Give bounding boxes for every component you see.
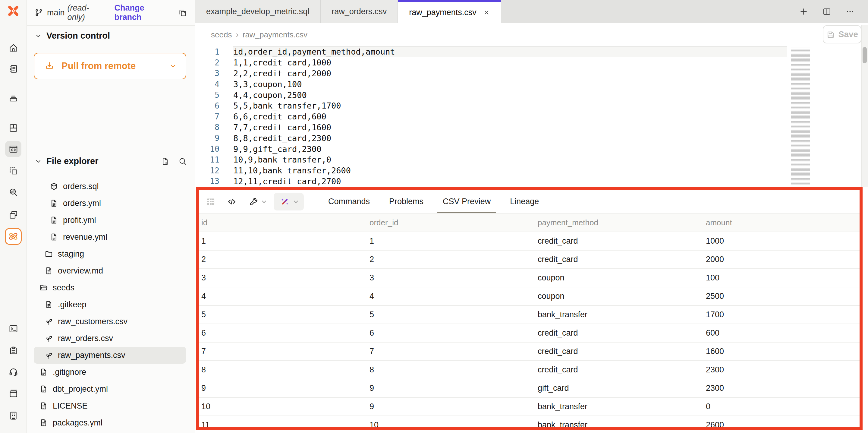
table-row[interactable]: 1110bank_transfer2600	[199, 415, 860, 430]
file-item-profit-yml[interactable]: profit.yml	[27, 212, 195, 229]
notebook-icon[interactable]	[7, 62, 20, 76]
file-item-label: orders.sql	[63, 182, 99, 191]
file-item-revenue-yml[interactable]: revenue.yml	[27, 229, 195, 246]
pull-options-caret[interactable]	[160, 53, 186, 79]
frame-icon[interactable]	[7, 164, 20, 178]
table-cell: 10	[367, 420, 535, 430]
file-item-packages-yml[interactable]: packages.yml	[27, 414, 195, 431]
panel-tab-csv-preview[interactable]: CSV Preview	[443, 190, 491, 213]
table-row[interactable]: 33coupon100	[199, 268, 860, 287]
seed-icon	[44, 351, 53, 360]
search-icon[interactable]	[178, 157, 187, 166]
query-icon[interactable]	[7, 185, 20, 199]
line-number: 5	[195, 90, 219, 100]
more-options-icon[interactable]	[845, 7, 855, 16]
table-row[interactable]: 88credit_card2300	[199, 360, 860, 379]
version-control-header[interactable]: Version control	[34, 31, 110, 41]
sidebar-divider	[27, 152, 195, 152]
code-line[interactable]: 21,1,credit_card,1000	[195, 57, 868, 68]
table-row[interactable]: 66credit_card600	[199, 323, 860, 342]
scrollbar-thumb[interactable]	[863, 47, 867, 63]
file-item--gitkeep[interactable]: .gitkeep	[27, 296, 195, 313]
file-item-license[interactable]: LICENSE	[27, 397, 195, 414]
code-line[interactable]: 43,3,coupon,100	[195, 79, 868, 90]
file-item-raw-customers-csv[interactable]: raw_customers.csv	[27, 313, 195, 330]
tab-raw-payments-csv[interactable]: raw_payments.csv	[398, 0, 501, 23]
table-row[interactable]: 109bank_transfer0	[199, 397, 860, 415]
line-number: 7	[195, 111, 219, 122]
split-editor-icon[interactable]	[822, 7, 832, 16]
panel-tab-problems[interactable]: Problems	[389, 190, 424, 213]
copy-icon[interactable]	[178, 8, 187, 17]
table-view-icon[interactable]	[204, 195, 218, 209]
code-line[interactable]: 1211,10,bank_transfer,2600	[195, 165, 868, 176]
change-branch-link[interactable]: Change branch	[114, 3, 172, 22]
code-line[interactable]: 32,2,credit_card,2000	[195, 68, 868, 79]
file-item-dbt-project-yml[interactable]: dbt_project.yml	[27, 380, 195, 397]
code-line[interactable]: 76,6,credit_card,600	[195, 111, 868, 122]
doc-icon	[50, 199, 59, 208]
code-editor[interactable]: 1id,order_id,payment_method,amount21,1,c…	[195, 47, 868, 187]
chevron-down-icon[interactable]	[260, 198, 268, 205]
file-item-label: raw_payments.csv	[58, 351, 125, 360]
code-line[interactable]: 87,7,credit_card,1600	[195, 122, 868, 133]
dbt-logo-icon	[6, 4, 21, 18]
windows-icon[interactable]	[7, 208, 20, 221]
save-button[interactable]: Save	[823, 25, 861, 44]
file-explorer-header[interactable]: File explorer	[34, 156, 187, 166]
pull-from-remote-button[interactable]: Pull from remote	[34, 53, 186, 79]
headset-icon[interactable]	[7, 365, 20, 378]
table-row[interactable]: 77credit_card1600	[199, 342, 860, 360]
breadcrumb-current[interactable]: raw_payments.csv	[243, 30, 307, 39]
ai-assist-button[interactable]	[274, 193, 304, 210]
editor-scrollbar[interactable]	[861, 25, 868, 187]
code-line[interactable]: 98,8,credit_card,2300	[195, 133, 868, 144]
new-file-icon[interactable]	[161, 157, 170, 166]
new-tab-icon[interactable]	[799, 7, 808, 16]
panel-tab-lineage[interactable]: Lineage	[510, 190, 539, 213]
file-item-orders-sql[interactable]: orders.sql	[27, 178, 195, 195]
line-number: 8	[195, 122, 219, 133]
table-row[interactable]: 11credit_card1000	[199, 232, 860, 250]
tab-label: raw_orders.csv	[332, 7, 387, 16]
code-line[interactable]: 65,5,bank_transfer,1700	[195, 100, 868, 111]
dashboard-icon[interactable]	[7, 121, 20, 135]
doc-icon	[39, 401, 48, 410]
code-window-icon[interactable]	[5, 141, 22, 157]
home-icon[interactable]	[7, 41, 20, 54]
panel-tab-commands[interactable]: Commands	[328, 190, 370, 213]
file-item-overview-md[interactable]: overview.md	[27, 262, 195, 279]
file-item-orders-yml[interactable]: orders.yml	[27, 195, 195, 212]
building-icon[interactable]	[7, 409, 20, 422]
code-line[interactable]: 1id,order_id,payment_method,amount	[195, 47, 868, 57]
code-line[interactable]: 1110,9,bank_transfer,0	[195, 154, 868, 165]
table-row[interactable]: 55bank_transfer1700	[199, 305, 860, 323]
file-item-staging[interactable]: staging	[27, 246, 195, 262]
atom-icon[interactable]	[5, 228, 22, 245]
table-row[interactable]: 99gift_card2300	[199, 379, 860, 397]
terminal-icon[interactable]	[7, 322, 20, 335]
drawer-icon[interactable]	[7, 91, 20, 105]
editor-minimap[interactable]	[791, 48, 810, 186]
tab-example-develop-metric-sql[interactable]: example_develop_metric.sql	[195, 0, 321, 23]
file-item--gitignore[interactable]: .gitignore	[27, 364, 195, 380]
docs-icon[interactable]	[7, 387, 20, 400]
magic-wand-icon	[278, 195, 292, 209]
table-row[interactable]: 22credit_card2000	[199, 250, 860, 268]
code-view-icon[interactable]	[225, 195, 239, 209]
breadcrumb-separator: ›	[236, 30, 239, 39]
clipboard-icon[interactable]	[7, 344, 20, 357]
table-cell: 4	[199, 292, 367, 301]
chevron-down-icon	[292, 198, 300, 205]
code-line[interactable]: 1312,11,credit_card,2700	[195, 176, 868, 187]
close-tab-icon[interactable]	[483, 9, 490, 16]
table-row[interactable]: 44coupon2500	[199, 287, 860, 305]
tab-raw-orders-csv[interactable]: raw_orders.csv	[321, 0, 398, 23]
build-tools-icon[interactable]	[246, 195, 260, 209]
file-item-seeds[interactable]: seeds	[27, 279, 195, 296]
file-item-raw-orders-csv[interactable]: raw_orders.csv	[27, 330, 195, 347]
breadcrumb-parent[interactable]: seeds	[211, 30, 232, 39]
file-item-raw-payments-csv[interactable]: raw_payments.csv	[34, 347, 186, 364]
code-line[interactable]: 109,9,gift_card,2300	[195, 144, 868, 154]
code-line[interactable]: 54,4,coupon,2500	[195, 90, 868, 100]
